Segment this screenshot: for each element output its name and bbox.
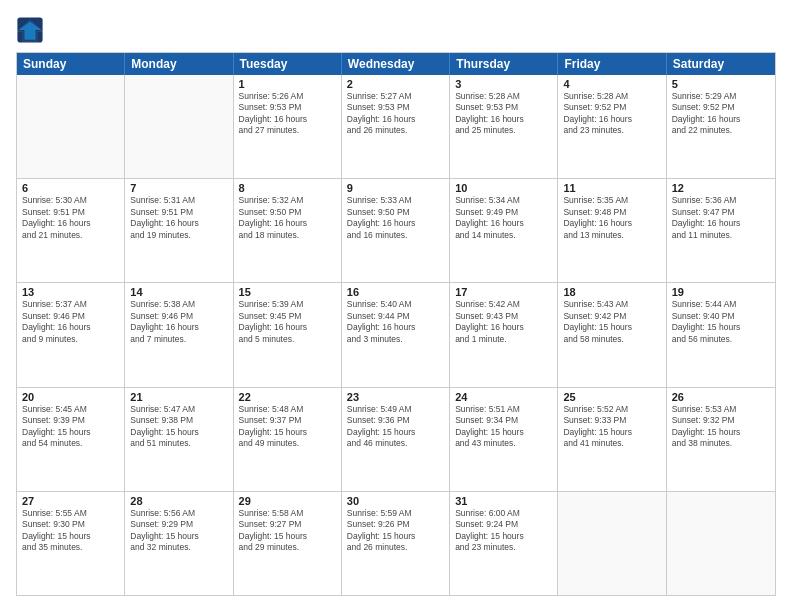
day-info: Sunrise: 5:42 AM Sunset: 9:43 PM Dayligh… — [455, 299, 552, 345]
day-info: Sunrise: 5:36 AM Sunset: 9:47 PM Dayligh… — [672, 195, 770, 241]
day-info: Sunrise: 5:49 AM Sunset: 9:36 PM Dayligh… — [347, 404, 444, 450]
day-number: 5 — [672, 78, 770, 90]
day-number: 30 — [347, 495, 444, 507]
day-cell-23: 23Sunrise: 5:49 AM Sunset: 9:36 PM Dayli… — [342, 388, 450, 491]
day-number: 9 — [347, 182, 444, 194]
day-info: Sunrise: 5:44 AM Sunset: 9:40 PM Dayligh… — [672, 299, 770, 345]
day-cell-29: 29Sunrise: 5:58 AM Sunset: 9:27 PM Dayli… — [234, 492, 342, 595]
day-cell-3: 3Sunrise: 5:28 AM Sunset: 9:53 PM Daylig… — [450, 75, 558, 178]
day-info: Sunrise: 5:29 AM Sunset: 9:52 PM Dayligh… — [672, 91, 770, 137]
empty-cell-4-6 — [667, 492, 775, 595]
day-number: 1 — [239, 78, 336, 90]
day-number: 6 — [22, 182, 119, 194]
page: SundayMondayTuesdayWednesdayThursdayFrid… — [0, 0, 792, 612]
day-info: Sunrise: 5:51 AM Sunset: 9:34 PM Dayligh… — [455, 404, 552, 450]
weekday-header-tuesday: Tuesday — [234, 53, 342, 75]
day-cell-9: 9Sunrise: 5:33 AM Sunset: 9:50 PM Daylig… — [342, 179, 450, 282]
day-info: Sunrise: 5:32 AM Sunset: 9:50 PM Dayligh… — [239, 195, 336, 241]
day-number: 21 — [130, 391, 227, 403]
calendar-row-2: 13Sunrise: 5:37 AM Sunset: 9:46 PM Dayli… — [17, 283, 775, 387]
day-cell-14: 14Sunrise: 5:38 AM Sunset: 9:46 PM Dayli… — [125, 283, 233, 386]
day-number: 26 — [672, 391, 770, 403]
weekday-header-monday: Monday — [125, 53, 233, 75]
calendar: SundayMondayTuesdayWednesdayThursdayFrid… — [16, 52, 776, 596]
day-cell-31: 31Sunrise: 6:00 AM Sunset: 9:24 PM Dayli… — [450, 492, 558, 595]
day-number: 22 — [239, 391, 336, 403]
day-cell-27: 27Sunrise: 5:55 AM Sunset: 9:30 PM Dayli… — [17, 492, 125, 595]
weekday-header-saturday: Saturday — [667, 53, 775, 75]
day-info: Sunrise: 5:48 AM Sunset: 9:37 PM Dayligh… — [239, 404, 336, 450]
day-info: Sunrise: 5:56 AM Sunset: 9:29 PM Dayligh… — [130, 508, 227, 554]
header — [16, 16, 776, 44]
calendar-row-0: 1Sunrise: 5:26 AM Sunset: 9:53 PM Daylig… — [17, 75, 775, 179]
logo — [16, 16, 48, 44]
day-cell-10: 10Sunrise: 5:34 AM Sunset: 9:49 PM Dayli… — [450, 179, 558, 282]
day-number: 2 — [347, 78, 444, 90]
day-number: 24 — [455, 391, 552, 403]
day-cell-1: 1Sunrise: 5:26 AM Sunset: 9:53 PM Daylig… — [234, 75, 342, 178]
day-info: Sunrise: 5:35 AM Sunset: 9:48 PM Dayligh… — [563, 195, 660, 241]
day-cell-20: 20Sunrise: 5:45 AM Sunset: 9:39 PM Dayli… — [17, 388, 125, 491]
day-info: Sunrise: 5:37 AM Sunset: 9:46 PM Dayligh… — [22, 299, 119, 345]
day-cell-12: 12Sunrise: 5:36 AM Sunset: 9:47 PM Dayli… — [667, 179, 775, 282]
day-cell-24: 24Sunrise: 5:51 AM Sunset: 9:34 PM Dayli… — [450, 388, 558, 491]
day-cell-15: 15Sunrise: 5:39 AM Sunset: 9:45 PM Dayli… — [234, 283, 342, 386]
day-info: Sunrise: 5:55 AM Sunset: 9:30 PM Dayligh… — [22, 508, 119, 554]
day-cell-2: 2Sunrise: 5:27 AM Sunset: 9:53 PM Daylig… — [342, 75, 450, 178]
day-cell-16: 16Sunrise: 5:40 AM Sunset: 9:44 PM Dayli… — [342, 283, 450, 386]
day-number: 3 — [455, 78, 552, 90]
day-info: Sunrise: 5:39 AM Sunset: 9:45 PM Dayligh… — [239, 299, 336, 345]
day-number: 7 — [130, 182, 227, 194]
day-number: 31 — [455, 495, 552, 507]
day-info: Sunrise: 5:33 AM Sunset: 9:50 PM Dayligh… — [347, 195, 444, 241]
day-cell-25: 25Sunrise: 5:52 AM Sunset: 9:33 PM Dayli… — [558, 388, 666, 491]
day-number: 18 — [563, 286, 660, 298]
day-number: 20 — [22, 391, 119, 403]
day-cell-17: 17Sunrise: 5:42 AM Sunset: 9:43 PM Dayli… — [450, 283, 558, 386]
weekday-header-wednesday: Wednesday — [342, 53, 450, 75]
day-info: Sunrise: 5:45 AM Sunset: 9:39 PM Dayligh… — [22, 404, 119, 450]
day-cell-30: 30Sunrise: 5:59 AM Sunset: 9:26 PM Dayli… — [342, 492, 450, 595]
day-number: 27 — [22, 495, 119, 507]
day-cell-28: 28Sunrise: 5:56 AM Sunset: 9:29 PM Dayli… — [125, 492, 233, 595]
empty-cell-4-5 — [558, 492, 666, 595]
day-number: 17 — [455, 286, 552, 298]
day-info: Sunrise: 5:47 AM Sunset: 9:38 PM Dayligh… — [130, 404, 227, 450]
weekday-header-sunday: Sunday — [17, 53, 125, 75]
day-info: Sunrise: 5:58 AM Sunset: 9:27 PM Dayligh… — [239, 508, 336, 554]
day-number: 25 — [563, 391, 660, 403]
calendar-row-1: 6Sunrise: 5:30 AM Sunset: 9:51 PM Daylig… — [17, 179, 775, 283]
day-info: Sunrise: 5:30 AM Sunset: 9:51 PM Dayligh… — [22, 195, 119, 241]
calendar-header: SundayMondayTuesdayWednesdayThursdayFrid… — [17, 53, 775, 75]
day-number: 13 — [22, 286, 119, 298]
calendar-row-4: 27Sunrise: 5:55 AM Sunset: 9:30 PM Dayli… — [17, 492, 775, 595]
day-cell-11: 11Sunrise: 5:35 AM Sunset: 9:48 PM Dayli… — [558, 179, 666, 282]
day-info: Sunrise: 5:28 AM Sunset: 9:53 PM Dayligh… — [455, 91, 552, 137]
day-cell-5: 5Sunrise: 5:29 AM Sunset: 9:52 PM Daylig… — [667, 75, 775, 178]
day-number: 14 — [130, 286, 227, 298]
day-number: 29 — [239, 495, 336, 507]
calendar-row-3: 20Sunrise: 5:45 AM Sunset: 9:39 PM Dayli… — [17, 388, 775, 492]
day-info: Sunrise: 5:53 AM Sunset: 9:32 PM Dayligh… — [672, 404, 770, 450]
day-number: 23 — [347, 391, 444, 403]
day-cell-4: 4Sunrise: 5:28 AM Sunset: 9:52 PM Daylig… — [558, 75, 666, 178]
empty-cell-0-0 — [17, 75, 125, 178]
day-info: Sunrise: 5:38 AM Sunset: 9:46 PM Dayligh… — [130, 299, 227, 345]
day-number: 11 — [563, 182, 660, 194]
day-info: Sunrise: 5:59 AM Sunset: 9:26 PM Dayligh… — [347, 508, 444, 554]
day-cell-21: 21Sunrise: 5:47 AM Sunset: 9:38 PM Dayli… — [125, 388, 233, 491]
day-number: 4 — [563, 78, 660, 90]
day-cell-8: 8Sunrise: 5:32 AM Sunset: 9:50 PM Daylig… — [234, 179, 342, 282]
day-cell-18: 18Sunrise: 5:43 AM Sunset: 9:42 PM Dayli… — [558, 283, 666, 386]
day-number: 10 — [455, 182, 552, 194]
day-info: Sunrise: 5:28 AM Sunset: 9:52 PM Dayligh… — [563, 91, 660, 137]
day-cell-19: 19Sunrise: 5:44 AM Sunset: 9:40 PM Dayli… — [667, 283, 775, 386]
day-info: Sunrise: 5:26 AM Sunset: 9:53 PM Dayligh… — [239, 91, 336, 137]
day-cell-7: 7Sunrise: 5:31 AM Sunset: 9:51 PM Daylig… — [125, 179, 233, 282]
day-info: Sunrise: 5:27 AM Sunset: 9:53 PM Dayligh… — [347, 91, 444, 137]
day-number: 16 — [347, 286, 444, 298]
day-info: Sunrise: 5:52 AM Sunset: 9:33 PM Dayligh… — [563, 404, 660, 450]
day-cell-6: 6Sunrise: 5:30 AM Sunset: 9:51 PM Daylig… — [17, 179, 125, 282]
day-info: Sunrise: 5:40 AM Sunset: 9:44 PM Dayligh… — [347, 299, 444, 345]
day-number: 19 — [672, 286, 770, 298]
